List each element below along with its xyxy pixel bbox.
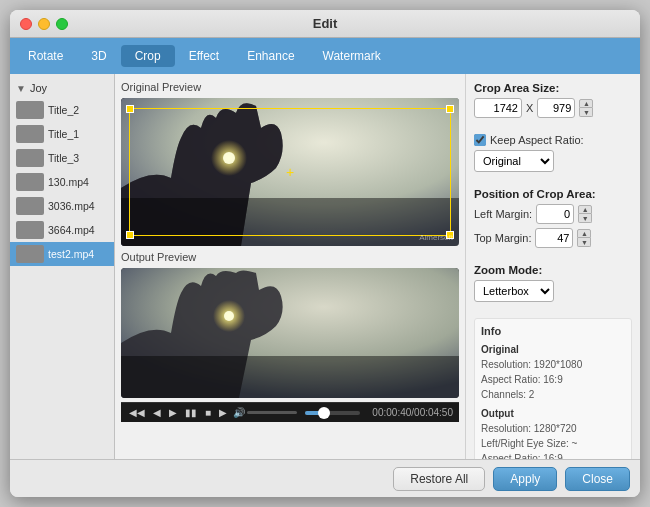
stop-button[interactable]: ■ (203, 407, 213, 418)
zoom-mode-select-row: Letterbox (474, 280, 632, 302)
sidebar-item-130[interactable]: 130.mp4 (10, 170, 114, 194)
original-video-bg: + Aimersoft (121, 98, 459, 246)
minimize-button[interactable] (38, 18, 50, 30)
volume-control: 🔊 (233, 407, 297, 418)
keep-aspect-checkbox[interactable] (474, 134, 486, 146)
tab-rotate[interactable]: Rotate (14, 45, 77, 67)
left-margin-label: Left Margin: (474, 208, 532, 220)
left-margin-step-down[interactable]: ▼ (578, 214, 592, 223)
restore-all-button[interactable]: Restore All (393, 467, 485, 491)
sidebar-item-3036[interactable]: 3036.mp4 (10, 194, 114, 218)
sidebar-item-test2[interactable]: test2.mp4 (10, 242, 114, 266)
sidebar-label-3036: 3036.mp4 (48, 200, 95, 212)
height-step-up[interactable]: ▲ (579, 99, 593, 108)
play-button[interactable]: ▶ (167, 407, 179, 418)
original-video-svg (121, 98, 459, 246)
time-display: 00:00:40/00:04:50 (372, 407, 453, 418)
info-title: Info (481, 323, 625, 340)
svg-rect-3 (121, 198, 459, 246)
svg-rect-7 (121, 356, 459, 398)
step-forward-button[interactable]: ▶ (217, 407, 229, 418)
fullscreen-button[interactable] (56, 18, 68, 30)
tab-watermark[interactable]: Watermark (309, 45, 395, 67)
crop-width-input[interactable] (474, 98, 522, 118)
crop-area-size-section: Crop Area Size: X ▲ ▼ (474, 82, 632, 118)
pause-button[interactable]: ▮▮ (183, 407, 199, 418)
sidebar-item-title3[interactable]: Title_3 (10, 146, 114, 170)
crop-height-input[interactable] (537, 98, 575, 118)
info-output-resolution: Resolution: 1280*720 (481, 421, 625, 436)
zoom-mode-select[interactable]: Letterbox (474, 280, 554, 302)
output-preview-label: Output Preview (121, 250, 459, 264)
playback-controls: ◀◀ ◀ ▶ ▮▮ ■ ▶ 🔊 00:00:40/00:04:50 (121, 402, 459, 422)
thumb-3036 (16, 197, 44, 215)
sidebar-item-title1[interactable]: Title_1 (10, 122, 114, 146)
sidebar-label-test2: test2.mp4 (48, 248, 94, 260)
volume-bar[interactable] (247, 411, 297, 414)
thumb-test2 (16, 245, 44, 263)
top-margin-input[interactable] (535, 228, 573, 248)
bottom-bar: Restore All Apply Close (10, 459, 640, 497)
traffic-lights (20, 18, 68, 30)
step-back-button[interactable]: ◀ (151, 407, 163, 418)
center-panel: Original Preview (115, 74, 465, 459)
top-margin-step-down[interactable]: ▼ (577, 238, 591, 247)
progress-bar[interactable] (305, 411, 360, 415)
height-stepper: ▲ ▼ (579, 99, 593, 117)
progress-dot[interactable] (318, 407, 330, 419)
close-button[interactable] (20, 18, 32, 30)
left-margin-input[interactable] (536, 204, 574, 224)
svg-point-2 (223, 152, 235, 164)
title-bar: Edit (10, 10, 640, 38)
top-margin-label: Top Margin: (474, 232, 531, 244)
info-original-channels: Channels: 2 (481, 387, 625, 402)
apply-button[interactable]: Apply (493, 467, 557, 491)
aspect-ratio-row: Keep Aspect Ratio: (474, 134, 632, 146)
aspect-ratio-section: Keep Aspect Ratio: Original (474, 134, 632, 172)
crop-size-inputs: X ▲ ▼ (474, 98, 632, 118)
sidebar-item-title2[interactable]: Title_2 (10, 98, 114, 122)
top-margin-step-up[interactable]: ▲ (577, 229, 591, 238)
sidebar-item-3664[interactable]: 3664.mp4 (10, 218, 114, 242)
tab-3d[interactable]: 3D (77, 45, 120, 67)
info-original-aspect: Aspect Ratio: 16:9 (481, 372, 625, 387)
tab-enhance[interactable]: Enhance (233, 45, 308, 67)
info-block: Info Original Resolution: 1920*1080 Aspe… (474, 318, 632, 459)
main-window: Edit Rotate 3D Crop Effect Enhance Water… (10, 10, 640, 497)
top-margin-row: Top Margin: ▲ ▼ (474, 228, 632, 248)
info-original-title: Original (481, 342, 625, 357)
position-label: Position of Crop Area: (474, 188, 632, 200)
zoom-mode-section: Zoom Mode: Letterbox (474, 264, 632, 302)
sidebar: ▼ Joy Title_2 Title_1 Title_3 130.mp4 (10, 74, 115, 459)
original-preview-label: Original Preview (121, 80, 459, 94)
output-preview (121, 268, 459, 398)
thumb-title2 (16, 101, 44, 119)
tab-crop[interactable]: Crop (121, 45, 175, 67)
keep-aspect-label: Keep Aspect Ratio: (490, 134, 584, 146)
thumb-3664 (16, 221, 44, 239)
aspect-ratio-select[interactable]: Original (474, 150, 554, 172)
volume-icon: 🔊 (233, 407, 245, 418)
original-preview: + Aimersoft (121, 98, 459, 246)
right-panel: Crop Area Size: X ▲ ▼ Keep Aspect Ratio: (465, 74, 640, 459)
info-output-title: Output (481, 406, 625, 421)
height-step-down[interactable]: ▼ (579, 108, 593, 117)
info-original-resolution: Resolution: 1920*1080 (481, 357, 625, 372)
info-original-section: Original Resolution: 1920*1080 Aspect Ra… (481, 342, 625, 402)
aspect-ratio-select-row: Original (474, 150, 632, 172)
left-margin-stepper: ▲ ▼ (578, 205, 592, 223)
crop-size-x-label: X (526, 102, 533, 114)
sidebar-label-130: 130.mp4 (48, 176, 89, 188)
toolbar: Rotate 3D Crop Effect Enhance Watermark (10, 38, 640, 74)
sidebar-group-label: Joy (30, 82, 47, 94)
sidebar-label-title2: Title_2 (48, 104, 79, 116)
info-output-aspect: Aspect Ratio: 16:9 (481, 451, 625, 460)
info-output-eyesize: Left/Right Eye Size: ~ (481, 436, 625, 451)
zoom-mode-label: Zoom Mode: (474, 264, 632, 276)
info-output-section: Output Resolution: 1280*720 Left/Right E… (481, 406, 625, 460)
close-button-bottom[interactable]: Close (565, 467, 630, 491)
thumb-title1 (16, 125, 44, 143)
tab-effect[interactable]: Effect (175, 45, 233, 67)
left-margin-step-up[interactable]: ▲ (578, 205, 592, 214)
skip-start-button[interactable]: ◀◀ (127, 407, 147, 418)
